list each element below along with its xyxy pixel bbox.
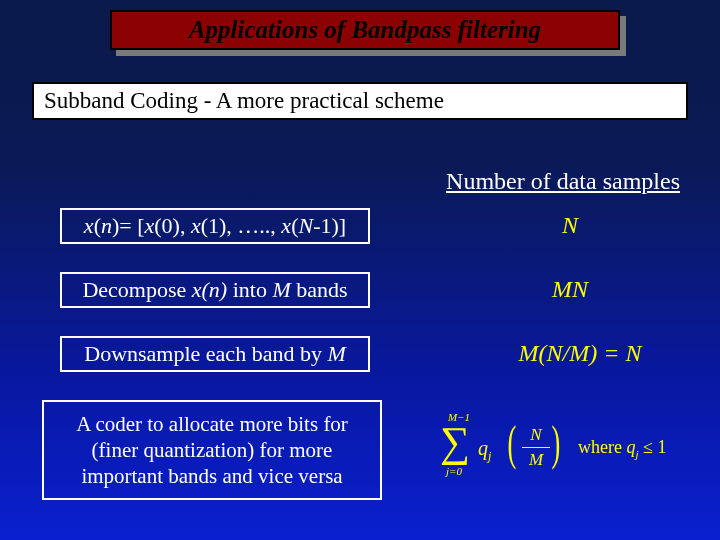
fraction: N M [522,425,550,470]
row2-label: Decompose x(n) into M bands [82,277,347,303]
formula: M−1 ∑ j=0 qj ( N M ) where qj ≤ 1 [440,415,710,485]
paren-right-icon: ) [552,419,561,467]
row1-label: x(n)= [x(0), x(1), ….., x(N-1)] [84,213,346,239]
row-signal-definition: x(n)= [x(0), x(1), ….., x(N-1)] [60,208,370,244]
slide-subtitle: Subband Coding - A more practical scheme [32,82,688,120]
row3-value: M(N/M) = N [480,340,680,367]
row4-text: A coder to allocate more bits for (finer… [76,411,348,490]
row1-value: N [540,212,600,239]
fraction-paren: ( N M ) [510,419,558,475]
column-header: Number of data samples [446,168,680,195]
row-coder: A coder to allocate more bits for (finer… [42,400,382,500]
where-clause: where qj ≤ 1 [578,437,666,460]
row3-label: Downsample each band by M [84,341,345,367]
sigma-lower: j=0 [446,465,462,477]
row-downsample: Downsample each band by M [60,336,370,372]
row-decompose: Decompose x(n) into M bands [60,272,370,308]
slide-title: Applications of Bandpass filtering [110,10,620,50]
title-container: Applications of Bandpass filtering [110,10,620,50]
paren-left-icon: ( [508,419,517,467]
sigma-icon: ∑ [440,421,470,463]
term-qj: qj [478,437,491,464]
row2-value: MN [530,276,610,303]
